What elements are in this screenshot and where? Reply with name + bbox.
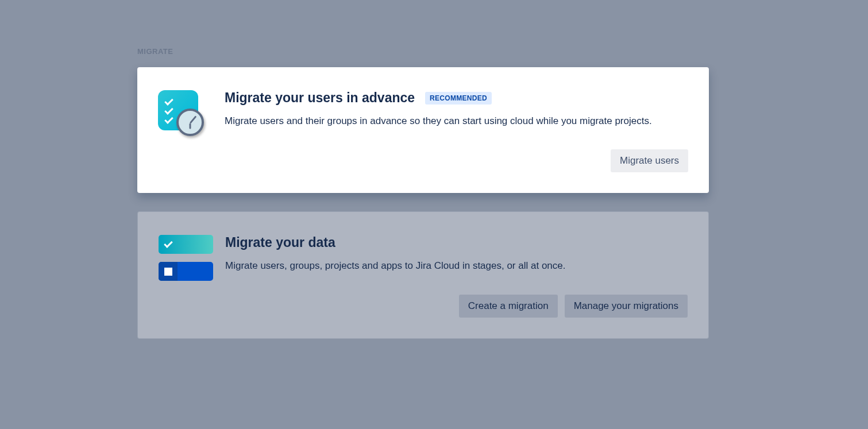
migrate-section: MIGRATE Migrate your users in advan: [137, 47, 709, 339]
recommended-badge: RECOMMENDED: [425, 92, 492, 105]
card-title: Migrate your users in advance: [225, 90, 415, 106]
migrate-users-card: Migrate your users in advance RECOMMENDE…: [137, 67, 709, 193]
data-rows-icon: [159, 235, 205, 281]
migrate-users-button[interactable]: Migrate users: [611, 149, 688, 172]
card-title: Migrate your data: [225, 235, 335, 250]
card-content: Migrate your data Migrate users, groups,…: [225, 235, 688, 317]
migrate-data-card: Migrate your data Migrate users, groups,…: [137, 211, 709, 338]
card-description: Migrate users and their groups in advanc…: [225, 114, 688, 129]
section-label: MIGRATE: [137, 47, 709, 56]
manage-migrations-button[interactable]: Manage your migrations: [565, 295, 688, 318]
card-content: Migrate your users in advance RECOMMENDE…: [225, 90, 688, 172]
create-migration-button[interactable]: Create a migration: [459, 295, 558, 318]
checklist-timer-icon: [158, 90, 204, 136]
card-description: Migrate users, groups, projects and apps…: [225, 258, 688, 273]
